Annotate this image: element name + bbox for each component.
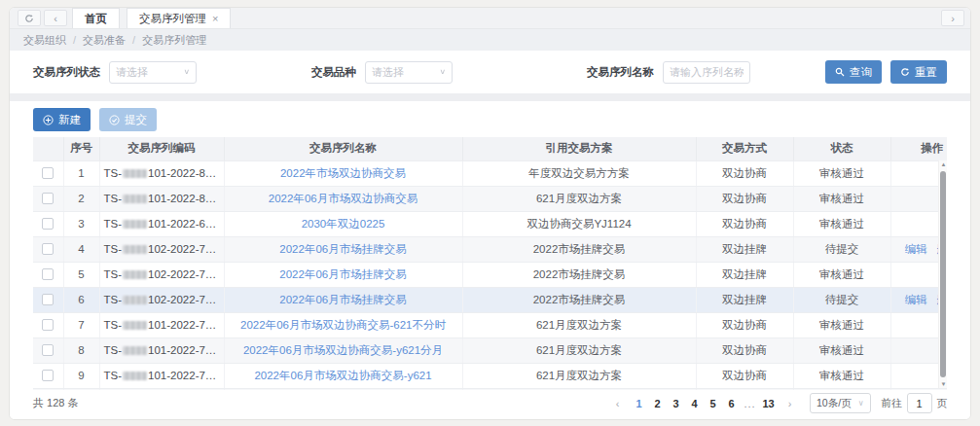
tab-home[interactable]: 首页 (72, 8, 120, 28)
row-checkbox[interactable] (42, 319, 54, 331)
table-row: 8 TS-101-2022-7949 2022年06月市场双边协商交易-y621… (33, 337, 947, 363)
refresh-tab-button[interactable] (18, 10, 41, 26)
row-number: 9 (63, 363, 99, 388)
page-number-button[interactable]: 1 (630, 394, 648, 413)
table-row: 4 TS-102-2022-7960 2022年06月市场挂牌交易 2022市场… (33, 236, 947, 262)
next-page-button[interactable]: › (780, 394, 799, 413)
trade-method: 双边协商 (696, 186, 793, 211)
edit-link[interactable]: 编辑 (905, 243, 927, 255)
goto-page-input[interactable] (907, 393, 932, 413)
submit-button[interactable]: 提交 (99, 108, 157, 131)
scroll-tabs-right-button[interactable]: › (941, 10, 964, 26)
redacted-code-segment (123, 220, 147, 229)
status-text: 审核通过 (793, 388, 890, 390)
goto-label: 前往 (882, 397, 902, 410)
status-text: 待提交 (793, 236, 890, 262)
scroll-tabs-left-button[interactable]: ‹ (44, 10, 67, 26)
page-number-button[interactable]: 5 (704, 394, 722, 413)
status-select[interactable]: 请选择 ∨ (109, 61, 197, 84)
row-checkbox[interactable] (42, 167, 54, 179)
page-number-list: 123456...13 (630, 394, 778, 413)
row-number: 3 (63, 211, 99, 236)
scroll-down-icon[interactable]: ▼ (939, 381, 947, 387)
referenced-plan: 621月度双边方案 (462, 363, 696, 388)
row-checkbox[interactable] (42, 268, 54, 280)
table-toolbar: 新建 提交 (10, 101, 970, 137)
filter-panel: 交易序列状态 请选择 ∨ 交易品种 请选择 ∨ 交易序列名称 查询 (10, 51, 970, 93)
sequence-name-link[interactable]: 2022年06月市场双边协商交易-621不分时 (240, 319, 446, 331)
reset-button-label: 重置 (915, 65, 937, 80)
sequence-code: TS-101-2022-8096 (99, 160, 224, 186)
table-row: 9 TS-101-2022-7948 2022年06月市场双边协商交易-y621… (33, 363, 947, 388)
row-checkbox[interactable] (42, 344, 54, 356)
table-scrollbar[interactable]: ▲ ▼ (938, 160, 947, 388)
status-text: 审核通过 (793, 160, 890, 186)
page-size-select[interactable]: 10条/页 ∨ (810, 393, 870, 413)
trade-method: 双边协商 (696, 363, 793, 388)
prev-page-button[interactable]: ‹ (608, 394, 627, 413)
status-text: 审核通过 (793, 337, 890, 363)
table-row: 5 TS-102-2022-7959 2022年06月市场挂牌交易 2022市场… (33, 262, 947, 287)
status-text: 待提交 (793, 287, 890, 312)
row-number: 5 (63, 262, 99, 287)
sequence-name-link[interactable]: 2022年06月市场双边协商交易-y621 (254, 370, 431, 381)
page-number-button[interactable]: 4 (685, 394, 704, 413)
variety-filter-label: 交易品种 (311, 65, 356, 80)
sequence-name-link[interactable]: 2022年06月市场挂牌交易 (279, 243, 406, 255)
sequence-code: TS-101-2022-6172 (99, 211, 224, 236)
sequence-name-link[interactable]: 2022年06月市场挂牌交易 (279, 294, 406, 305)
redacted-code-segment (123, 195, 147, 203)
sequence-code: TS-101-2022-8078 (99, 186, 224, 211)
row-checkbox[interactable] (42, 294, 54, 305)
scroll-up-icon[interactable]: ▲ (939, 161, 947, 167)
page-number-button[interactable]: 6 (722, 394, 741, 413)
breadcrumb-separator: / (73, 34, 76, 46)
scrollbar-thumb[interactable] (940, 171, 946, 377)
reset-icon (900, 67, 910, 77)
breadcrumb-item[interactable]: 交易准备 (83, 33, 126, 48)
total-count-text: 共 128 条 (33, 396, 78, 410)
table-row: 3 TS-101-2022-6172 2030年双边0225 双边协商交易YJ1… (33, 211, 947, 236)
row-number: 7 (63, 312, 99, 337)
referenced-plan: 2022市场挂牌交易 (462, 287, 696, 312)
table-body: 1 TS-101-2022-8096 2022年市场双边协商交易 年度双边交易方… (33, 160, 947, 390)
variety-select[interactable]: 请选择 ∨ (365, 61, 453, 84)
tab-sequence-management[interactable]: 交易序列管理 × (127, 8, 231, 28)
create-button[interactable]: 新建 (33, 108, 91, 131)
table-footer: 共 128 条 ‹ 123456...13 › 10条/页 ∨ 前往 页 (10, 390, 970, 419)
close-tab-icon[interactable]: × (212, 14, 218, 24)
sequence-name-input[interactable] (663, 61, 750, 84)
page-number-button[interactable]: 2 (648, 394, 667, 413)
sequence-name-link[interactable]: 2022年06月市场挂牌交易 (279, 268, 406, 280)
row-checkbox[interactable] (42, 193, 54, 204)
pagination: ‹ 123456...13 › 10条/页 ∨ 前往 页 (608, 393, 947, 413)
create-button-label: 新建 (58, 113, 81, 127)
reset-button[interactable]: 重置 (890, 60, 947, 84)
sequence-name-link[interactable]: 2022年06月市场双边协商交易 (269, 193, 417, 204)
tab-home-label: 首页 (85, 12, 107, 26)
page-number-button[interactable]: 13 (759, 394, 778, 413)
referenced-plan: 双边协商交易YJ1124 (462, 211, 696, 236)
row-checkbox[interactable] (42, 243, 54, 255)
table-row: 7 TS-101-2022-7951 2022年06月市场双边协商交易-621不… (33, 312, 947, 337)
table-row: 6 TS-102-2022-7958 2022年06月市场挂牌交易 2022市场… (33, 287, 947, 312)
redacted-code-segment (123, 321, 147, 330)
sequence-name-link[interactable]: 2022年06月市场双边协商交易-y621分月 (243, 344, 443, 356)
referenced-plan: 年度双边交易方方案 (462, 160, 696, 186)
search-button[interactable]: 查询 (825, 60, 882, 84)
edit-link[interactable]: 编辑 (905, 294, 927, 305)
trade-method: 双边协商 (696, 337, 793, 363)
status-filter-label: 交易序列状态 (33, 65, 100, 80)
status-text: 审核通过 (793, 312, 890, 337)
redacted-code-segment (123, 169, 147, 178)
sequence-code: TS-101-2022-7949 (99, 337, 224, 363)
page-number-button[interactable]: 3 (667, 394, 685, 413)
row-checkbox[interactable] (42, 218, 54, 230)
sequence-name-link[interactable]: 2030年双边0225 (302, 218, 385, 230)
referenced-plan: 621月度双边方案 (462, 337, 696, 363)
sequence-name-link[interactable]: 2022年市场双边协商交易 (280, 167, 406, 179)
row-checkbox[interactable] (42, 370, 54, 381)
redacted-code-segment (123, 372, 147, 380)
breadcrumb-item[interactable]: 交易组织 (23, 33, 66, 48)
filter-variety-group: 交易品种 请选择 ∨ (311, 61, 453, 84)
